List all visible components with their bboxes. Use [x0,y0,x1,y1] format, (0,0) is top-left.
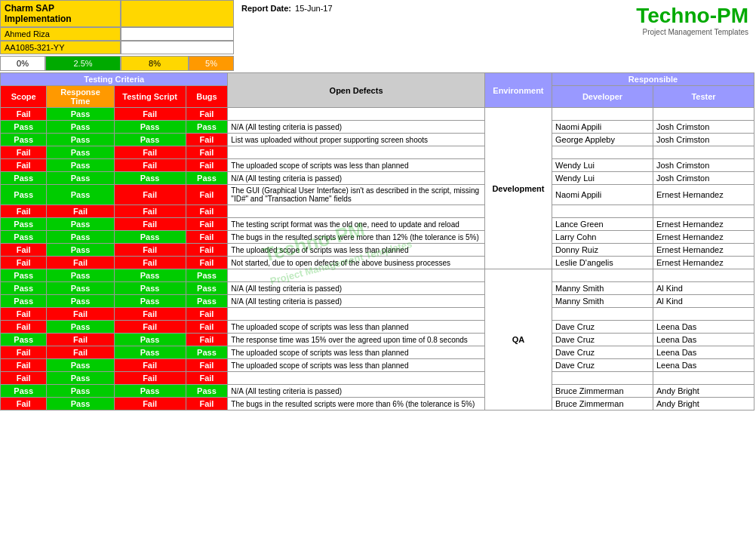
tester-cell [653,146,754,159]
developer-cell: Manny Smith [552,295,653,308]
bugs-cell: Fail [186,334,228,346]
defect-cell: N/A (All testing criteria is passed) [228,282,484,295]
scope-cell: Fail [1,159,47,172]
tester-cell: Ernest Hernandez [653,257,754,269]
scope-cell: Fail [1,321,47,334]
response-cell: Pass [47,372,114,385]
defect-cell: The response time was 15% over the agree… [228,334,484,346]
testing-script-cell: Pass [114,334,186,346]
person-value [121,27,234,41]
defect-cell [228,146,484,159]
developer-cell [552,146,653,159]
tester-cell [653,269,754,282]
testing-script-cell: Pass [114,346,186,359]
bugs-cell: Fail [186,398,228,410]
scope-cell: Fail [1,205,47,218]
scope-cell: Pass [1,121,47,134]
tester-cell: Josh Crimston [653,134,754,146]
tester-cell: Andy Bright [653,385,754,398]
defect-cell: The uploaded scope of scripts was less t… [228,244,484,257]
developer-cell: Larry Cohn [552,231,653,244]
testing-script-cell: Fail [114,205,186,218]
scope-cell: Fail [1,398,47,410]
scope-cell: Fail [1,346,47,359]
tester-cell: Al Kind [653,282,754,295]
tester-cell: Leena Das [653,359,754,372]
developer-cell: Bruce Zimmerman [552,385,653,398]
developer-cell: Bruce Zimmerman [552,398,653,410]
testing-script-cell: Pass [114,282,186,295]
testing-script-cell: Pass [114,121,186,134]
response-cell: Pass [47,231,114,244]
response-cell: Pass [47,385,114,398]
tester-cell: Andy Bright [653,398,754,410]
defect-cell: N/A (All testing criteria is passed) [228,172,484,185]
testing-script-cell: Fail [114,308,186,321]
developer-col-header: Developer [552,86,653,108]
pct-0: 0% [0,56,45,71]
bugs-cell: Fail [186,244,228,257]
scope-col-header: Scope [1,86,47,108]
testing-script-cell: Pass [114,231,186,244]
tester-cell: Leena Das [653,334,754,346]
testing-script-cell: Fail [114,257,186,269]
bugs-cell: Fail [186,321,228,334]
scope-cell: Pass [1,295,47,308]
environment-cell: QA [484,269,552,410]
environment-cell: Development [484,108,552,269]
developer-cell: Wendy Lui [552,159,653,172]
tester-cell [653,372,754,385]
scope-cell: Pass [1,334,47,346]
response-cell: Pass [47,146,114,159]
response-cell: Pass [47,269,114,282]
developer-cell: George Appleby [552,134,653,146]
tester-cell [653,205,754,218]
testing-script-cell: Fail [114,185,186,205]
bugs-cell: Pass [186,121,228,134]
developer-cell: Dave Cruz [552,321,653,334]
bugs-cell: Fail [186,146,228,159]
testing-script-cell: Fail [114,372,186,385]
defect-cell: N/A (All testing criteria is passed) [228,295,484,308]
testing-script-cell: Fail [114,321,186,334]
person-label: Ahmed Riza [0,27,121,41]
bugs-cell: Fail [186,359,228,372]
developer-cell [552,269,653,282]
scope-cell: Pass [1,134,47,146]
tester-cell: Leena Das [653,321,754,334]
tester-cell: Al Kind [653,295,754,308]
bugs-cell: Fail [186,185,228,205]
logo-main: Techno-PM [598,4,748,28]
logo-sub: Project Management Templates [598,28,748,36]
testing-script-cell: Pass [114,385,186,398]
bugs-cell: Pass [186,172,228,185]
tester-col-header: Tester [653,86,754,108]
scope-cell: Fail [1,308,47,321]
testing-script-cell: Fail [114,218,186,231]
response-col-header: Response Time [47,86,114,108]
tester-cell: Josh Crimston [653,159,754,172]
response-cell: Pass [47,172,114,185]
developer-cell: Dave Cruz [552,334,653,346]
defect-cell [228,205,484,218]
scope-cell: Fail [1,108,47,121]
defect-cell: The uploaded scope of scripts was less t… [228,321,484,334]
testing-criteria-header: Testing Criteria [1,73,228,86]
tester-cell: Leena Das [653,346,754,359]
pct-25: 2.5% [45,56,121,71]
response-cell: Pass [47,321,114,334]
defect-cell: The uploaded scope of scripts was less t… [228,359,484,372]
testing-script-cell: Fail [114,146,186,159]
pct-5: 5% [189,56,234,71]
developer-cell [552,205,653,218]
tester-cell: Ernest Hernandez [653,231,754,244]
response-cell: Pass [47,108,114,121]
scope-cell: Pass [1,231,47,244]
id-label: AA1085-321-YY [0,41,121,54]
scope-cell: Pass [1,385,47,398]
bugs-cell: Fail [186,205,228,218]
testing-script-cell: Pass [114,269,186,282]
bugs-cell: Pass [186,385,228,398]
developer-cell [552,372,653,385]
bugs-cell: Fail [186,134,228,146]
